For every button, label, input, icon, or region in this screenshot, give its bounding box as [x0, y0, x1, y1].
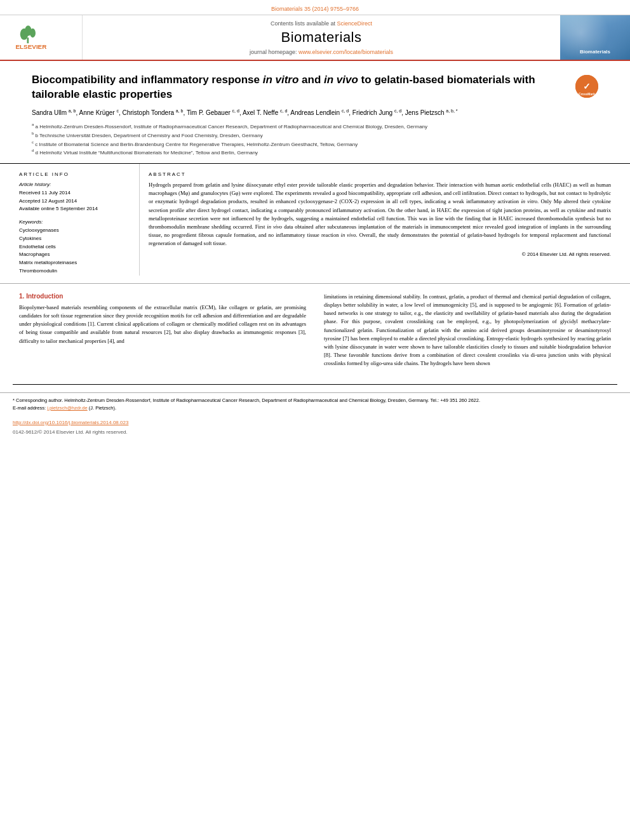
article-history: Article history: Received 11 July 2014 A… [19, 181, 130, 213]
keyword-6: Thrombomodulin [19, 267, 130, 276]
section-heading-intro: 1. Introduction [19, 293, 306, 300]
abstract-text: Hydrogels prepared from gelatin and lysi… [149, 181, 611, 248]
affiliations: a a Helmholtz-Zentrum Dresden-Rossendorf… [32, 122, 569, 157]
history-label: Article history: [19, 182, 51, 187]
journal-ref: Biomaterials 35 (2014) 9755–9766 [271, 6, 359, 12]
homepage-link[interactable]: www.elsevier.com/locate/biomaterials [298, 49, 393, 55]
article-info-column: ARTICLE INFO Article history: Received 1… [13, 164, 140, 276]
elsevier-logo-area: ELSEVIER [0, 15, 83, 60]
corresponding-author-note: * Corresponding author. Helmholtz-Zentru… [13, 397, 617, 404]
footnote-divider [13, 384, 617, 385]
svg-text:ELSEVIER: ELSEVIER [15, 43, 46, 50]
article-info-abstract: ARTICLE INFO Article history: Received 1… [0, 164, 630, 284]
accepted-date: Accepted 12 August 2014 [19, 197, 130, 206]
header-middle: ELSEVIER Contents lists available at Sci… [0, 15, 630, 61]
received-date: Received 11 July 2014 [19, 189, 130, 197]
keyword-2: Cytokines [19, 235, 130, 243]
svg-text:CrossMark: CrossMark [579, 92, 595, 96]
contents-available: Contents lists available at ScienceDirec… [271, 20, 372, 27]
elsevier-logo-icon: ELSEVIER [13, 22, 70, 53]
keyword-4: Macrophages [19, 251, 130, 259]
authors: Sandra Ullm a, b, Anne Krüger c, Christo… [32, 107, 569, 118]
svg-rect-3 [27, 37, 29, 43]
title-section: Biocompatibility and inflammatory respon… [0, 61, 630, 164]
keyword-1: Cyclooxygenases [19, 227, 130, 235]
keywords-section: Keywords: Cyclooxygenases Cytokines Endo… [19, 218, 130, 276]
intro-paragraph-right: limitations in retaining dimensional sta… [324, 293, 611, 368]
introduction-section: 1. Introduction Biopolymer-based materia… [0, 284, 630, 372]
copyright-line: © 2014 Elsevier Ltd. All rights reserved… [149, 251, 611, 257]
article-title: Biocompatibility and inflammatory respon… [32, 72, 569, 103]
keyword-3: Endothelial cells [19, 243, 130, 251]
intro-paragraph: Biopolymer-based materials resembling co… [19, 303, 306, 345]
svg-point-2 [30, 29, 36, 37]
svg-text:✓: ✓ [583, 81, 591, 91]
doi-line: http://dx.doi.org/10.1016/j.biomaterials… [0, 417, 630, 427]
intro-left-column: 1. Introduction Biopolymer-based materia… [13, 284, 315, 372]
keywords-label: Keywords: [19, 219, 43, 225]
article-info-heading: ARTICLE INFO [19, 171, 130, 177]
doi-link[interactable]: http://dx.doi.org/10.1016/j.biomaterials… [13, 420, 128, 425]
available-date: Available online 5 September 2014 [19, 205, 130, 213]
abstract-column: ABSTRACT Hydrogels prepared from gelatin… [140, 164, 617, 276]
abstract-heading: ABSTRACT [149, 171, 611, 177]
journal-cover-image [560, 15, 630, 60]
journal-title-header: Biomaterials [281, 29, 361, 46]
crossmark-icon[interactable]: ✓ CrossMark [575, 75, 598, 98]
email-line: E-mail address: j.pietzsch@hzdr.de (J. P… [13, 404, 617, 412]
header-top: Biomaterials 35 (2014) 9755–9766 [0, 0, 630, 15]
header-center: Contents lists available at ScienceDirec… [83, 15, 560, 60]
issn-line: 0142-9612/© 2014 Elsevier Ltd. All right… [13, 429, 128, 435]
email-link[interactable]: j.pietzsch@hzdr.de [47, 405, 87, 411]
bottom-bar: 0142-9612/© 2014 Elsevier Ltd. All right… [0, 427, 630, 437]
sciencedirect-link[interactable]: ScienceDirect [337, 20, 373, 27]
intro-right-column: limitations in retaining dimensional sta… [315, 284, 617, 372]
page-wrapper: Biomaterials 35 (2014) 9755–9766 ELSEVIE… [0, 0, 630, 437]
keyword-5: Matrix metalloproteinases [19, 259, 130, 267]
footnote-area: * Corresponding author. Helmholtz-Zentru… [0, 392, 630, 417]
journal-homepage-line: journal homepage: www.elsevier.com/locat… [250, 48, 393, 55]
